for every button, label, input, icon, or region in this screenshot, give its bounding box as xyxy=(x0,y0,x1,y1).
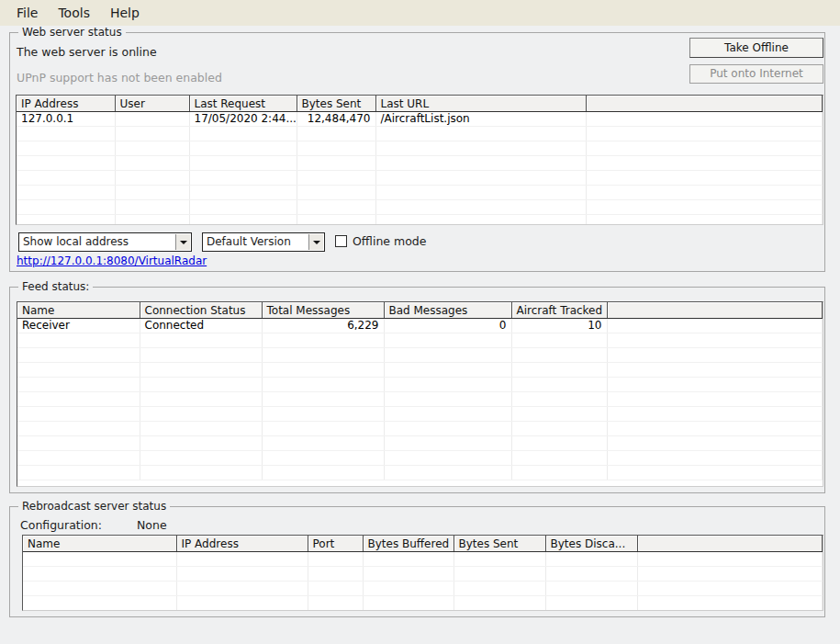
rebroadcast-status-group: Rebroadcast server status Configuration:… xyxy=(9,506,825,617)
rebroadcast-table: Name IP Address Port Bytes Buffered Byte… xyxy=(22,535,823,611)
take-offline-button[interactable]: Take Offline xyxy=(689,38,823,58)
cell-bad-messages: 0 xyxy=(384,318,511,333)
table-row-empty xyxy=(17,435,823,450)
offline-mode-checkbox[interactable] xyxy=(335,235,347,247)
cell-ip-address: 127.0.0.1 xyxy=(17,111,115,126)
feed-status-group: Feed status: Name Connection Status Tota… xyxy=(9,287,825,493)
col-bytes-sent[interactable]: Bytes Sent xyxy=(454,536,545,551)
table-row-empty xyxy=(23,595,823,610)
table-row-empty xyxy=(17,214,823,225)
feed-status-table: Name Connection Status Total Messages Ba… xyxy=(17,301,823,487)
table-row-empty xyxy=(23,566,823,581)
table-row[interactable]: 127.0.0.1 17/05/2020 2:44... 12,484,470 … xyxy=(17,111,823,126)
col-bad-messages[interactable]: Bad Messages xyxy=(384,302,511,318)
col-ip-address[interactable]: IP Address xyxy=(176,536,308,551)
put-onto-internet-button[interactable]: Put onto Internet xyxy=(689,64,823,84)
table-row[interactable]: Receiver Connected 6,229 0 10 xyxy=(17,318,823,333)
cell-aircraft-tracked: 10 xyxy=(511,318,607,333)
group-title: Web server status xyxy=(18,26,126,40)
col-user[interactable]: User xyxy=(115,96,189,111)
version-selector-combobox[interactable]: Default Version xyxy=(202,232,325,252)
table-row-empty xyxy=(17,347,823,362)
col-port[interactable]: Port xyxy=(308,536,363,551)
table-header-row: Name Connection Status Total Messages Ba… xyxy=(17,302,823,318)
offline-mode-label: Offline mode xyxy=(353,234,426,248)
address-selector-combobox[interactable]: Show local address xyxy=(18,232,192,252)
table-row-empty xyxy=(17,199,823,214)
menu-bar: File Tools Help xyxy=(0,0,840,26)
table-row-empty xyxy=(23,581,823,595)
web-requests-table: IP Address User Last Request Bytes Sent … xyxy=(16,95,823,225)
table-header-row: Name IP Address Port Bytes Buffered Byte… xyxy=(23,536,823,551)
table-row-empty xyxy=(17,391,823,406)
group-title: Rebroadcast server status xyxy=(18,500,170,514)
table-row-empty xyxy=(17,362,823,377)
cell-filler xyxy=(586,111,823,126)
menu-help[interactable]: Help xyxy=(100,0,150,26)
table-row-empty xyxy=(17,406,823,421)
table-row-empty xyxy=(17,450,823,465)
cell-connection-status: Connected xyxy=(140,318,262,333)
table-row-empty xyxy=(17,170,823,185)
cell-last-request: 17/05/2020 2:44... xyxy=(189,111,297,126)
cell-name: Receiver xyxy=(17,318,140,333)
col-aircraft-tracked[interactable]: Aircraft Tracked xyxy=(511,302,607,318)
group-title: Feed status: xyxy=(18,280,93,294)
col-last-url[interactable]: Last URL xyxy=(375,96,586,111)
col-bytes-sent[interactable]: Bytes Sent xyxy=(297,96,375,111)
cell-total-messages: 6,229 xyxy=(262,318,384,333)
table-row-empty xyxy=(17,141,823,155)
col-bytes-buffered[interactable]: Bytes Buffered xyxy=(363,536,454,551)
col-connection-status[interactable]: Connection Status xyxy=(140,302,262,318)
table-row-empty xyxy=(23,551,823,566)
table-row-empty xyxy=(17,421,823,435)
col-ip-address[interactable]: IP Address xyxy=(17,96,115,111)
chevron-down-icon[interactable] xyxy=(175,234,190,250)
server-online-status: The web server is online xyxy=(17,45,157,59)
table-row-empty xyxy=(17,333,823,347)
table-row-empty xyxy=(17,377,823,391)
col-filler xyxy=(637,536,823,551)
cell-bytes-sent: 12,484,470 xyxy=(297,111,375,126)
virtual-radar-main-window: { "menu": { "items": [ { "label": "File"… xyxy=(0,0,840,644)
cell-filler xyxy=(607,318,823,333)
menu-file[interactable]: File xyxy=(6,0,48,26)
table-row-empty xyxy=(17,185,823,199)
col-total-messages[interactable]: Total Messages xyxy=(262,302,384,318)
col-filler xyxy=(607,302,823,318)
col-bytes-discarded[interactable]: Bytes Disca... xyxy=(545,536,637,551)
virtual-radar-link[interactable]: http://127.0.0.1:8080/VirtualRadar xyxy=(17,254,207,267)
table-row-empty xyxy=(17,155,823,170)
table-row-empty xyxy=(17,465,823,480)
upnp-status: UPnP support has not been enabled xyxy=(17,71,222,85)
chevron-down-icon[interactable] xyxy=(308,234,323,250)
col-last-request[interactable]: Last Request xyxy=(189,96,297,111)
version-selector-value: Default Version xyxy=(207,235,291,248)
web-server-status-group: Web server status The web server is onli… xyxy=(9,32,825,272)
table-row-empty xyxy=(17,126,823,141)
configuration-label: Configuration: xyxy=(20,518,102,532)
menu-tools[interactable]: Tools xyxy=(48,0,100,26)
col-name[interactable]: Name xyxy=(23,536,176,551)
col-filler xyxy=(586,96,823,111)
cell-last-url: /AircraftList.json xyxy=(375,111,586,126)
configuration-value: None xyxy=(137,518,167,532)
cell-user xyxy=(115,111,189,126)
col-name[interactable]: Name xyxy=(17,302,140,318)
address-selector-value: Show local address xyxy=(23,235,129,248)
table-header-row: IP Address User Last Request Bytes Sent … xyxy=(17,96,823,111)
